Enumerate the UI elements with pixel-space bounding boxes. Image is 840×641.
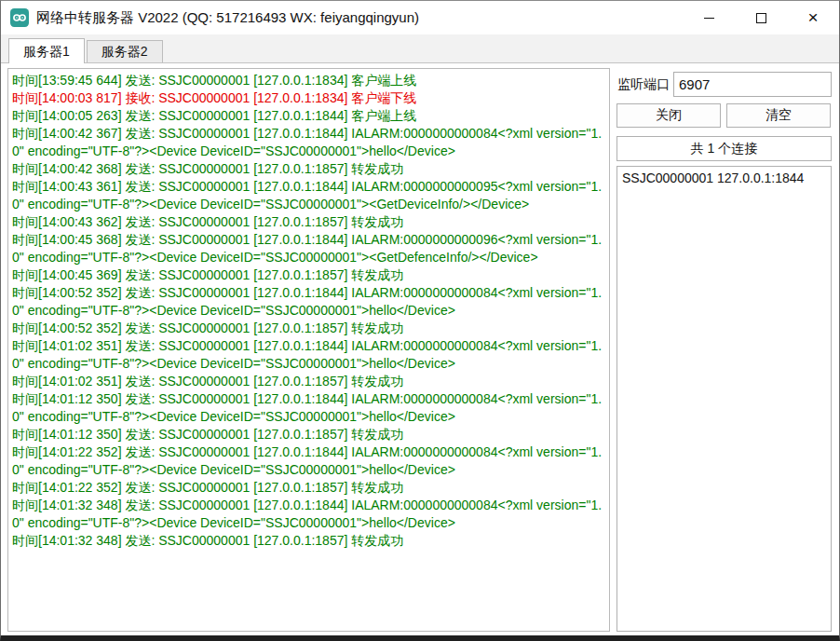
log-entry: 时间[14:00:43 361] 发送: SSJC00000001 [127.0… — [12, 178, 605, 213]
log-entry: 时间[14:00:42 368] 发送: SSJC00000001 [127.0… — [12, 160, 605, 178]
tab-server1-label: 服务器1 — [23, 44, 70, 59]
tab-server2-label: 服务器2 — [102, 44, 148, 59]
log-entry: 时间[13:59:45 644] 发送: SSJC00000001 [127.0… — [12, 72, 605, 89]
listen-port-label: 监听端口 — [617, 72, 670, 97]
log-entry: 时间[14:01:12 350] 发送: SSJC00000001 [127.0… — [12, 426, 605, 443]
titlebar: 网络中转服务器 V2022 (QQ: 517216493 WX: feiyang… — [1, 1, 839, 34]
close-icon: × — [807, 8, 818, 26]
window-title: 网络中转服务器 V2022 (QQ: 517216493 WX: feiyang… — [36, 1, 419, 34]
caption-buttons: × — [683, 1, 839, 34]
log-entry: 时间[14:01:32 348] 发送: SSJC00000001 [127.0… — [12, 497, 605, 532]
tab-server1[interactable]: 服务器1 — [8, 38, 85, 63]
log-entry: 时间[14:00:43 362] 发送: SSJC00000001 [127.0… — [12, 213, 605, 231]
log-entry: 时间[14:01:12 350] 发送: SSJC00000001 [127.0… — [12, 390, 605, 426]
tab-bar: 服务器1 服务器2 — [1, 34, 839, 63]
log-entry: 时间[14:00:52 352] 发送: SSJC00000001 [127.0… — [12, 284, 605, 320]
clear-log-button[interactable]: 清空 — [726, 103, 831, 128]
log-entry: 时间[14:01:02 351] 发送: SSJC00000001 [127.0… — [12, 337, 605, 373]
maximize-icon — [756, 13, 766, 23]
minimize-icon — [704, 18, 714, 19]
connection-list[interactable]: SSJC00000001 127.0.0.1:1844 — [616, 166, 832, 632]
maximize-button[interactable] — [735, 1, 787, 34]
log-entry: 时间[14:01:02 351] 发送: SSJC00000001 [127.0… — [12, 373, 605, 390]
tab-server2[interactable]: 服务器2 — [87, 40, 163, 62]
log-entry: 时间[14:00:42 367] 发送: SSJC00000001 [127.0… — [12, 125, 605, 160]
listen-port-input[interactable] — [673, 72, 832, 97]
connection-count-label: 共 1 个连接 — [616, 136, 832, 161]
log-entry: 时间[14:01:22 352] 发送: SSJC00000001 [127.0… — [12, 479, 605, 497]
log-entry: 时间[14:01:22 352] 发送: SSJC00000001 [127.0… — [12, 443, 605, 479]
log-area[interactable]: 时间[13:59:45 644] 发送: SSJC00000001 [127.0… — [7, 68, 610, 632]
close-window-button[interactable]: × — [787, 1, 839, 34]
minimize-button[interactable] — [683, 1, 735, 34]
log-entry: 时间[14:01:32 348] 发送: SSJC00000001 [127.0… — [12, 532, 605, 550]
app-window: 网络中转服务器 V2022 (QQ: 517216493 WX: feiyang… — [0, 0, 840, 641]
log-entry: 时间[14:00:05 263] 发送: SSJC00000001 [127.0… — [12, 107, 605, 125]
log-entry: 时间[14:00:45 368] 发送: SSJC00000001 [127.0… — [12, 231, 605, 266]
log-entry: 时间[14:00:52 352] 发送: SSJC00000001 [127.0… — [12, 320, 605, 337]
log-entry: 时间[14:00:03 817] 接收: SSJC00000001 [127.0… — [12, 89, 605, 107]
log-entry: 时间[14:00:45 369] 发送: SSJC00000001 [127.0… — [12, 266, 605, 284]
tab-pane: 时间[13:59:45 644] 发送: SSJC00000001 [127.0… — [1, 63, 839, 635]
connection-list-item[interactable]: SSJC00000001 127.0.0.1:1844 — [617, 167, 831, 189]
close-server-button[interactable]: 关闭 — [616, 103, 721, 128]
infinity-logo-icon — [10, 8, 29, 27]
